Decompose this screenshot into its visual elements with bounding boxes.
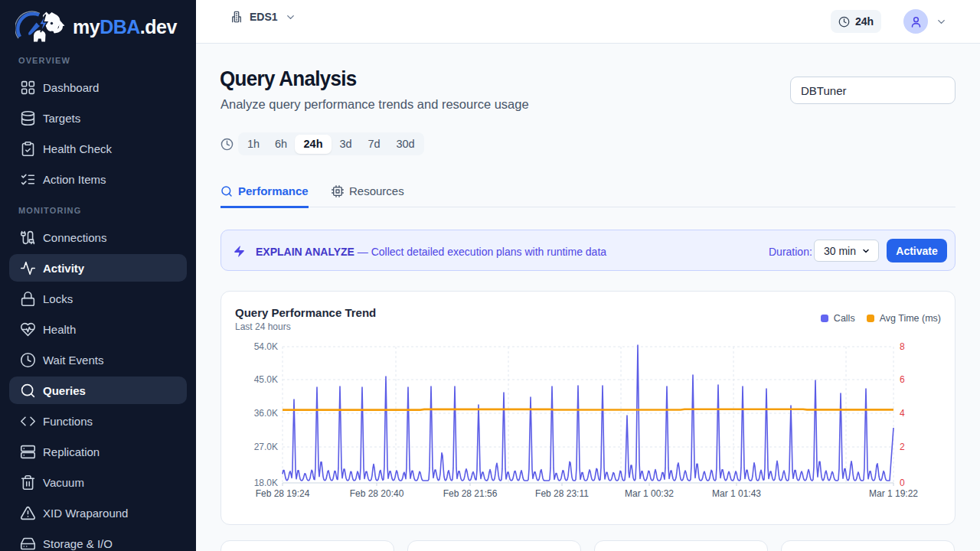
svg-text:Feb 28 19:24: Feb 28 19:24 <box>256 488 310 499</box>
svg-text:6: 6 <box>900 374 905 385</box>
svg-text:18.0K: 18.0K <box>254 478 278 488</box>
svg-text:8: 8 <box>900 341 905 352</box>
svg-text:Feb 28 20:40: Feb 28 20:40 <box>350 488 404 499</box>
svg-text:Feb 28 23:11: Feb 28 23:11 <box>535 488 589 499</box>
svg-text:Mar 1 01:43: Mar 1 01:43 <box>712 488 761 499</box>
svg-text:Mar 1 00:32: Mar 1 00:32 <box>625 488 674 499</box>
svg-text:Mar 1 19:22: Mar 1 19:22 <box>869 488 918 499</box>
svg-text:45.0K: 45.0K <box>254 374 278 385</box>
svg-text:27.0K: 27.0K <box>254 442 278 452</box>
svg-text:36.0K: 36.0K <box>254 408 278 419</box>
svg-text:2: 2 <box>900 442 905 452</box>
svg-text:Feb 28 21:56: Feb 28 21:56 <box>443 488 498 499</box>
svg-text:4: 4 <box>900 408 905 419</box>
svg-text:0: 0 <box>900 478 905 488</box>
svg-text:54.0K: 54.0K <box>254 341 278 352</box>
